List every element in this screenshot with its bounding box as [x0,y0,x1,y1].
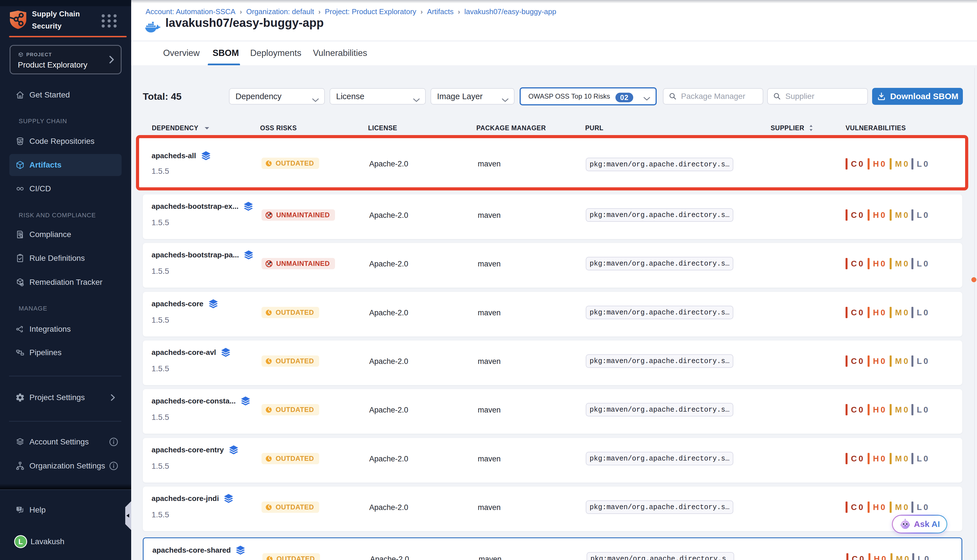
svg-text:?: ? [18,507,20,511]
